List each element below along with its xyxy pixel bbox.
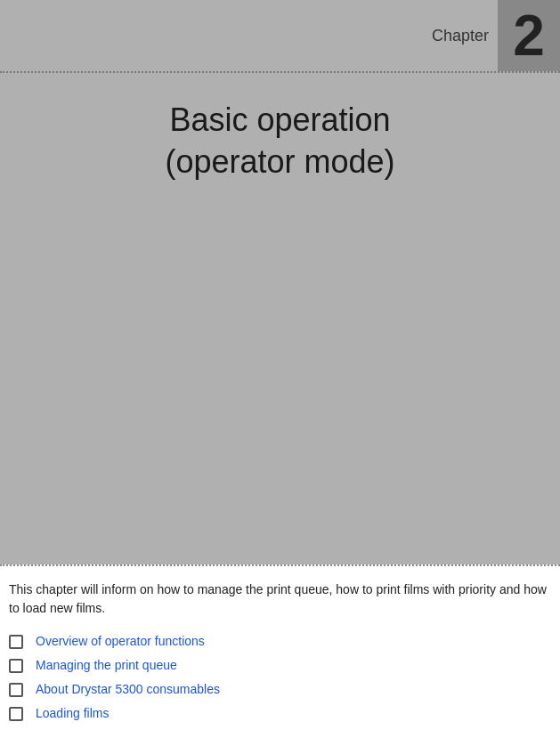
toc-list-item-2: Managing the print queue bbox=[9, 658, 551, 673]
toc-link-2[interactable]: Managing the print queue bbox=[36, 658, 177, 672]
toc-list-item-3: About Drystar 5300 consumables bbox=[9, 682, 551, 697]
toc-link-3[interactable]: About Drystar 5300 consumables bbox=[36, 682, 220, 696]
title-line1: Basic operation bbox=[169, 101, 390, 138]
title-line2: (operator mode) bbox=[165, 143, 394, 180]
toc-link-4[interactable]: Loading films bbox=[36, 706, 110, 720]
title-area: Basic operation (operator mode) bbox=[0, 73, 560, 201]
toc-checkbox-3 bbox=[9, 683, 23, 697]
chapter-label: Chapter bbox=[432, 27, 489, 45]
toc-checkbox-4 bbox=[9, 707, 23, 721]
toc-list-item-4: Loading films bbox=[9, 706, 551, 721]
bottom-content-area: This chapter will inform on how to manag… bbox=[0, 564, 560, 730]
main-title: Basic operation (operator mode) bbox=[18, 100, 542, 183]
chapter-number: 2 bbox=[513, 7, 545, 64]
toc-checkbox-2 bbox=[9, 659, 23, 673]
toc-link-1[interactable]: Overview of operator functions bbox=[36, 634, 205, 648]
toc-list-item-1: Overview of operator functions bbox=[9, 634, 551, 649]
chapter-description: This chapter will inform on how to manag… bbox=[0, 580, 560, 618]
middle-gray-area bbox=[0, 201, 560, 486]
bottom-dotted-separator bbox=[0, 564, 560, 566]
toc-checkbox-1 bbox=[9, 635, 23, 649]
chapter-number-box: 2 bbox=[498, 0, 560, 71]
toc-list: Overview of operator functions Managing … bbox=[0, 634, 560, 721]
chapter-header: Chapter 2 bbox=[0, 0, 560, 71]
